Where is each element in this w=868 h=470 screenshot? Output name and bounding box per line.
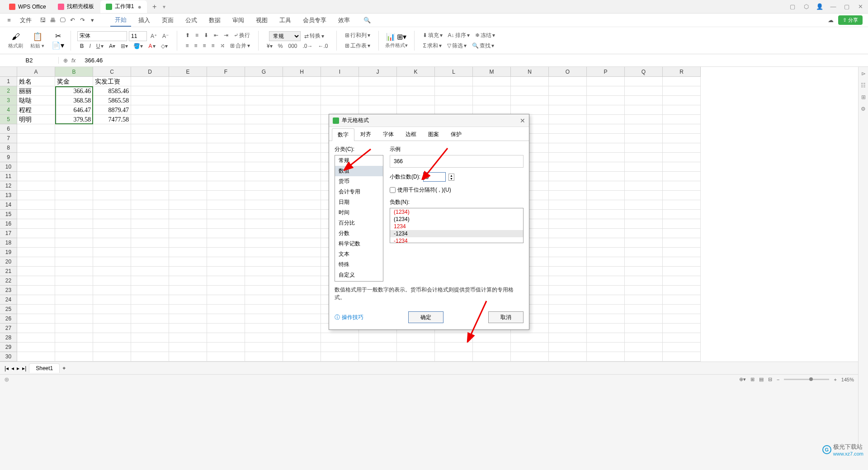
cell[interactable] [587, 229, 625, 238]
cell[interactable] [93, 210, 131, 219]
row-header[interactable]: 24 [0, 295, 17, 305]
cell[interactable] [207, 200, 245, 210]
tab-template[interactable]: 找稻壳模板 [52, 0, 99, 13]
cell[interactable] [245, 229, 283, 238]
cell[interactable] [587, 124, 625, 134]
cell[interactable] [207, 314, 245, 324]
cell[interactable] [587, 105, 625, 115]
cell[interactable] [55, 200, 93, 210]
row-header[interactable]: 10 [0, 162, 17, 172]
cell[interactable] [93, 134, 131, 143]
cell[interactable] [207, 229, 245, 238]
cell[interactable] [549, 96, 587, 105]
align-top-icon[interactable]: ⬆ [184, 31, 192, 39]
column-header[interactable]: M [473, 67, 511, 77]
cell[interactable] [321, 105, 359, 115]
cell[interactable] [435, 352, 473, 362]
menu-formula[interactable]: 公式 [181, 14, 202, 26]
cell[interactable] [93, 248, 131, 257]
side-icon[interactable]: ☷ [861, 82, 866, 89]
cell[interactable] [17, 276, 55, 286]
category-item[interactable]: 自定义 [335, 270, 383, 280]
cell[interactable] [93, 352, 131, 362]
cell[interactable] [359, 105, 397, 115]
cell[interactable] [359, 343, 397, 352]
cell[interactable] [55, 257, 93, 267]
redo-icon[interactable]: ↷ [79, 17, 86, 24]
wrap-button[interactable]: ⤶ 换行 [232, 31, 252, 40]
cell[interactable] [55, 124, 93, 134]
cell[interactable] [93, 153, 131, 162]
cell[interactable] [169, 276, 207, 286]
category-list[interactable]: 常规数值货币会计专用日期时间百分比分数科学记数文本特殊自定义 [335, 155, 383, 282]
dialog-tab[interactable]: 图案 [422, 128, 445, 141]
worksheet-button[interactable]: ⊞ 工作表▾ [343, 41, 372, 51]
cell[interactable]: 7477.58 [93, 115, 131, 124]
cell[interactable] [549, 124, 587, 134]
cell[interactable] [625, 96, 663, 105]
cell[interactable] [283, 105, 321, 115]
cell[interactable] [17, 219, 55, 229]
cell[interactable] [625, 77, 663, 86]
cell[interactable] [283, 238, 321, 248]
cell[interactable] [93, 219, 131, 229]
cell[interactable] [55, 314, 93, 324]
negative-item[interactable]: -1234 [390, 237, 523, 243]
cell[interactable] [93, 295, 131, 305]
cell[interactable] [55, 143, 93, 153]
cell[interactable] [549, 181, 587, 191]
cell[interactable] [169, 153, 207, 162]
cell[interactable] [55, 276, 93, 286]
maximize-icon[interactable]: ▢ [843, 3, 851, 10]
column-header[interactable]: P [587, 67, 625, 77]
cell[interactable] [17, 314, 55, 324]
cell[interactable] [549, 153, 587, 162]
cell[interactable] [549, 238, 587, 248]
cloud-icon[interactable]: ☁ [827, 17, 835, 24]
cell[interactable] [587, 257, 625, 267]
cell[interactable] [131, 172, 169, 181]
cell[interactable] [663, 200, 701, 210]
cell[interactable] [245, 86, 283, 96]
cell[interactable] [283, 248, 321, 257]
row-header[interactable]: 23 [0, 286, 17, 295]
cell[interactable] [17, 229, 55, 238]
font-name-select[interactable] [77, 31, 127, 41]
cell[interactable] [473, 333, 511, 343]
cell[interactable] [207, 257, 245, 267]
cell[interactable] [663, 124, 701, 134]
filter-button[interactable]: ▽ 筛选▾ [445, 41, 468, 51]
cut-icon[interactable]: ✂ [55, 32, 61, 40]
cell[interactable] [283, 219, 321, 229]
cell[interactable] [169, 314, 207, 324]
undo-icon[interactable]: ↶ [69, 17, 76, 24]
cell[interactable] [663, 267, 701, 276]
cell[interactable] [625, 105, 663, 115]
cell[interactable] [283, 333, 321, 343]
cell[interactable] [169, 305, 207, 314]
sheet-tab-1[interactable]: Sheet1 [29, 363, 60, 373]
cell[interactable] [245, 219, 283, 229]
cell[interactable] [131, 333, 169, 343]
cell[interactable] [663, 352, 701, 362]
cell[interactable] [283, 295, 321, 305]
align-bottom-icon[interactable]: ⬇ [202, 31, 210, 39]
first-sheet-icon[interactable]: |◂ [5, 365, 9, 371]
cell[interactable] [283, 314, 321, 324]
cell[interactable] [55, 352, 93, 362]
cell[interactable] [93, 257, 131, 267]
cell[interactable] [207, 343, 245, 352]
number-format-select[interactable]: 常规 [269, 31, 301, 41]
cell[interactable] [131, 343, 169, 352]
cell[interactable] [663, 314, 701, 324]
cell[interactable] [245, 238, 283, 248]
cell[interactable] [663, 333, 701, 343]
cell[interactable] [93, 305, 131, 314]
cell[interactable] [625, 286, 663, 295]
cell[interactable] [207, 210, 245, 219]
cell[interactable] [207, 276, 245, 286]
cell[interactable] [625, 134, 663, 143]
cell[interactable] [207, 219, 245, 229]
cell[interactable] [131, 257, 169, 267]
close-window-icon[interactable]: ✕ [856, 3, 864, 10]
